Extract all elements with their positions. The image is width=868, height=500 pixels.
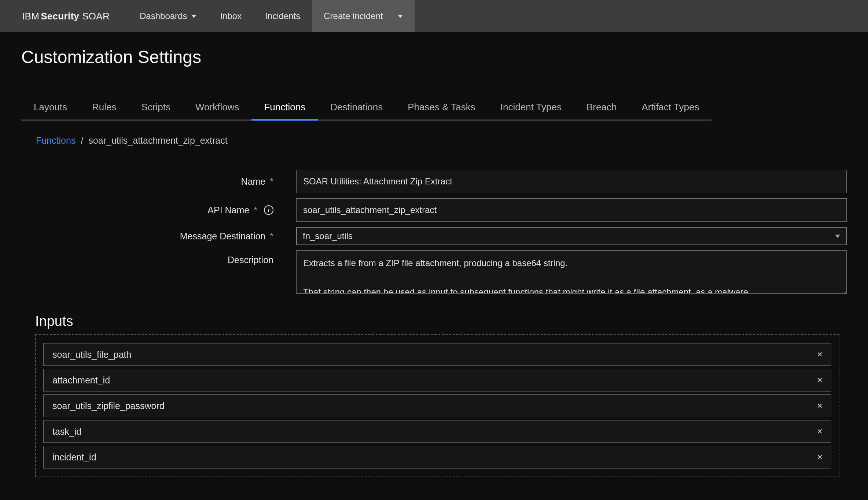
tab-breach[interactable]: Breach bbox=[574, 96, 629, 121]
brand-prefix: IBM bbox=[22, 11, 39, 22]
description-textarea[interactable] bbox=[296, 250, 847, 294]
breadcrumb-separator: / bbox=[81, 135, 83, 146]
top-nav-bar: IBM Security SOAR Dashboards Inbox Incid… bbox=[0, 0, 868, 32]
nav-inbox-label: Inbox bbox=[220, 11, 242, 21]
nav-incidents-label: Incidents bbox=[265, 11, 300, 21]
input-chip[interactable]: task_id ✕ bbox=[43, 420, 831, 443]
nav-create-incident-label: Create incident bbox=[324, 11, 383, 21]
inputs-dropzone[interactable]: soar_utils_file_path ✕ attachment_id ✕ s… bbox=[35, 334, 839, 477]
label-description: Description bbox=[21, 250, 278, 265]
name-input[interactable] bbox=[296, 170, 847, 193]
input-chip[interactable]: soar_utils_file_path ✕ bbox=[43, 343, 831, 366]
tab-workflows[interactable]: Workflows bbox=[183, 96, 251, 121]
close-icon[interactable]: ✕ bbox=[816, 400, 824, 412]
inputs-heading: Inputs bbox=[21, 313, 847, 329]
chevron-down-icon bbox=[191, 15, 196, 18]
input-chip-label: soar_utils_file_path bbox=[52, 349, 131, 360]
input-chip[interactable]: attachment_id ✕ bbox=[43, 369, 831, 391]
brand-suffix: SOAR bbox=[82, 11, 110, 22]
label-description-text: Description bbox=[228, 255, 273, 265]
input-chip-label: incident_id bbox=[52, 452, 96, 463]
nav-dashboards[interactable]: Dashboards bbox=[128, 0, 208, 32]
nav-create-incident[interactable]: Create incident bbox=[312, 0, 414, 32]
message-destination-select[interactable]: fn_soar_utils bbox=[296, 227, 847, 245]
tab-destinations[interactable]: Destinations bbox=[318, 96, 395, 121]
label-message-destination: Message Destination * bbox=[21, 231, 278, 242]
required-star-icon: * bbox=[270, 176, 273, 187]
input-chip-label: soar_utils_zipfile_password bbox=[52, 401, 165, 411]
breadcrumb: Functions / soar_utils_attachment_zip_ex… bbox=[21, 135, 847, 146]
brand-bold: Security bbox=[41, 11, 79, 22]
function-form: Name * API Name * i Message Destination … bbox=[21, 170, 847, 296]
input-chip[interactable]: incident_id ✕ bbox=[43, 446, 831, 468]
nav-inbox[interactable]: Inbox bbox=[208, 0, 253, 32]
close-icon[interactable]: ✕ bbox=[816, 451, 824, 463]
breadcrumb-leaf: soar_utils_attachment_zip_extract bbox=[88, 135, 227, 146]
label-name: Name * bbox=[21, 176, 278, 187]
label-message-destination-text: Message Destination bbox=[180, 231, 265, 242]
label-api-name: API Name * i bbox=[21, 205, 278, 216]
nav-incidents[interactable]: Incidents bbox=[253, 0, 312, 32]
tab-incident-types[interactable]: Incident Types bbox=[488, 96, 574, 121]
tab-layouts[interactable]: Layouts bbox=[21, 96, 80, 121]
inputs-section: Inputs soar_utils_file_path ✕ attachment… bbox=[21, 313, 847, 477]
close-icon[interactable]: ✕ bbox=[816, 349, 824, 360]
page-body: Customization Settings Layouts Rules Scr… bbox=[0, 32, 868, 499]
chevron-down-icon bbox=[398, 15, 403, 18]
required-star-icon: * bbox=[270, 231, 273, 242]
message-destination-value: fn_soar_utils bbox=[303, 231, 353, 241]
close-icon[interactable]: ✕ bbox=[816, 426, 824, 437]
brand-logo: IBM Security SOAR bbox=[22, 0, 110, 32]
tab-scripts[interactable]: Scripts bbox=[129, 96, 183, 121]
breadcrumb-root-link[interactable]: Functions bbox=[36, 135, 76, 146]
tab-artifact-types[interactable]: Artifact Types bbox=[629, 96, 711, 121]
label-api-name-text: API Name bbox=[207, 205, 249, 216]
close-icon[interactable]: ✕ bbox=[816, 374, 824, 386]
tab-functions[interactable]: Functions bbox=[251, 96, 318, 121]
row-api-name: API Name * i bbox=[21, 198, 847, 222]
api-name-input[interactable] bbox=[296, 198, 847, 222]
settings-tabs: Layouts Rules Scripts Workflows Function… bbox=[21, 96, 847, 121]
label-name-text: Name bbox=[241, 176, 266, 187]
row-message-destination: Message Destination * fn_soar_utils bbox=[21, 227, 847, 245]
nav-dashboards-label: Dashboards bbox=[140, 11, 187, 21]
row-name: Name * bbox=[21, 170, 847, 193]
input-chip[interactable]: soar_utils_zipfile_password ✕ bbox=[43, 394, 831, 417]
input-chip-label: attachment_id bbox=[52, 375, 110, 386]
chevron-down-icon bbox=[835, 235, 840, 238]
info-icon[interactable]: i bbox=[264, 205, 273, 215]
row-description: Description bbox=[21, 250, 847, 296]
tab-phases-tasks[interactable]: Phases & Tasks bbox=[395, 96, 488, 121]
page-title: Customization Settings bbox=[21, 47, 847, 67]
required-star-icon: * bbox=[254, 205, 257, 216]
input-chip-label: task_id bbox=[52, 426, 81, 437]
tab-rules[interactable]: Rules bbox=[80, 96, 129, 121]
